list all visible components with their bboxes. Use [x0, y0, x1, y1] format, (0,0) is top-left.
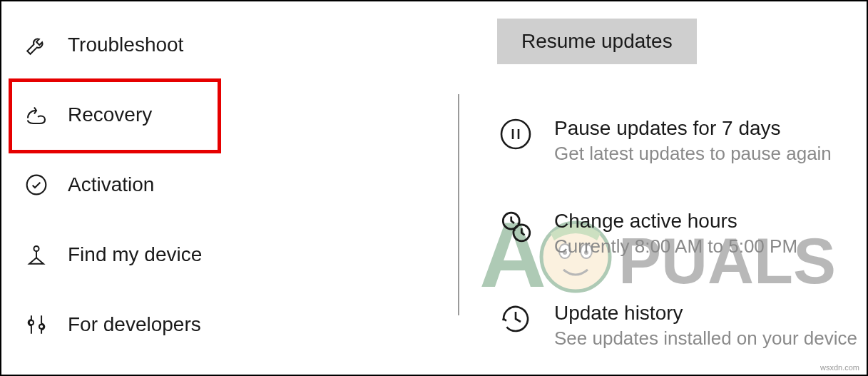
option-change-active-hours[interactable]: Change active hours Currently 8:00 AM to…	[497, 208, 867, 258]
option-title: Change active hours	[554, 208, 797, 233]
svg-point-0	[27, 176, 46, 195]
option-subtitle: See updates installed on your device	[554, 327, 857, 350]
sidebar-item-label: Troubleshoot	[68, 34, 183, 56]
sidebar-item-label: For developers	[68, 313, 201, 336]
sidebar-item-label: Recovery	[68, 103, 152, 126]
sidebar-item-for-developers[interactable]: For developers	[1, 290, 458, 360]
wrench-icon	[23, 31, 50, 59]
svg-point-11	[501, 120, 530, 148]
check-circle-icon	[23, 171, 50, 198]
option-subtitle: Currently 8:00 AM to 5:00 PM	[554, 235, 797, 258]
svg-point-3	[39, 325, 44, 329]
developer-tools-icon	[23, 311, 50, 338]
option-title: Update history	[554, 300, 857, 325]
sidebar-item-activation[interactable]: Activation	[1, 150, 458, 220]
main-panel: Resume updates Pause updates for 7 days …	[458, 1, 867, 375]
option-text: Update history See updates installed on …	[554, 300, 857, 350]
sidebar-item-recovery[interactable]: Recovery	[1, 80, 458, 150]
option-text: Pause updates for 7 days Get latest upda…	[554, 116, 832, 166]
sidebar-item-label: Activation	[68, 173, 154, 196]
footer-credit: wsxdn.com	[820, 363, 859, 372]
sidebar-item-troubleshoot[interactable]: Troubleshoot	[1, 10, 458, 80]
clock-sync-icon	[497, 208, 534, 245]
option-title: Pause updates for 7 days	[554, 116, 832, 141]
option-update-history[interactable]: Update history See updates installed on …	[497, 300, 867, 350]
svg-point-2	[29, 320, 34, 325]
history-icon	[497, 300, 534, 337]
location-pin-icon	[23, 241, 50, 268]
settings-sidebar: Troubleshoot Recovery Activation	[1, 1, 458, 375]
option-pause-updates[interactable]: Pause updates for 7 days Get latest upda…	[497, 116, 867, 166]
option-subtitle: Get latest updates to pause again	[554, 142, 832, 166]
sidebar-item-find-my-device[interactable]: Find my device	[1, 220, 458, 290]
option-text: Change active hours Currently 8:00 AM to…	[554, 208, 797, 258]
recovery-icon	[23, 101, 50, 128]
pause-circle-icon	[497, 116, 534, 153]
resume-updates-button[interactable]: Resume updates	[497, 19, 697, 64]
sidebar-item-label: Find my device	[68, 243, 202, 266]
svg-point-1	[34, 246, 39, 251]
